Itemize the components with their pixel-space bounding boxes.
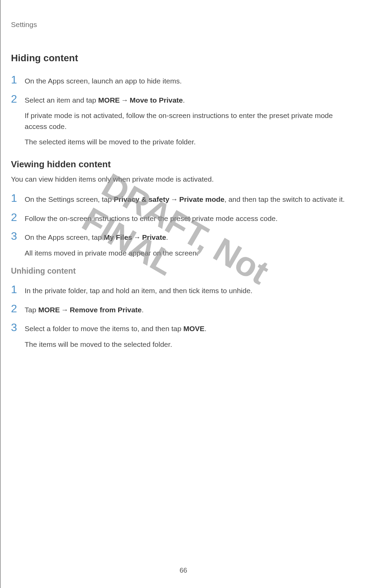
step-item: 3 Select a folder to move the items to, … — [11, 323, 356, 350]
step-content: In the private folder, tap and hold an i… — [25, 285, 356, 296]
unhiding-steps: 1 In the private folder, tap and hold an… — [11, 285, 356, 350]
step-text: On the Apps screen, launch an app to hid… — [25, 76, 356, 87]
step-item: 1 On the Settings screen, tap Privacy & … — [11, 194, 356, 205]
step-text: Tap MORE → Remove from Private. — [25, 304, 356, 315]
step-extra: All items moved in private mode appear o… — [25, 248, 356, 259]
subheading-unhiding: Unhiding content — [11, 266, 356, 276]
step-item: 1 In the private folder, tap and hold an… — [11, 285, 356, 296]
step-text: Follow the on-screen instructions to ent… — [25, 213, 356, 224]
section-title-viewing: Viewing hidden content — [11, 159, 356, 170]
viewing-steps: 1 On the Settings screen, tap Privacy & … — [11, 194, 356, 258]
step-number: 1 — [11, 74, 25, 85]
step-item: 2 Tap MORE → Remove from Private. — [11, 304, 356, 315]
step-number: 2 — [11, 93, 25, 104]
step-text: On the Settings screen, tap Privacy & sa… — [25, 194, 356, 205]
step-text: On the Apps screen, tap My Files → Priva… — [25, 232, 356, 243]
step-text: Select a folder to move the items to, an… — [25, 323, 356, 334]
step-extra: If private mode is not activated, follow… — [25, 110, 356, 132]
page-content: Settings Hiding content 1 On the Apps sc… — [1, 0, 366, 368]
step-number: 1 — [11, 193, 25, 204]
hiding-steps: 1 On the Apps screen, launch an app to h… — [11, 76, 356, 147]
step-content: On the Apps screen, launch an app to hid… — [25, 76, 356, 87]
step-content: On the Apps screen, tap My Files → Priva… — [25, 232, 356, 258]
step-number: 3 — [11, 231, 25, 241]
step-text: Select an item and tap MORE → Move to Pr… — [25, 95, 356, 106]
header-label: Settings — [11, 21, 356, 29]
step-number: 2 — [11, 303, 25, 314]
step-number: 3 — [11, 322, 25, 333]
step-item: 2 Select an item and tap MORE → Move to … — [11, 95, 356, 147]
step-number: 2 — [11, 212, 25, 223]
step-content: On the Settings screen, tap Privacy & sa… — [25, 194, 356, 205]
step-extra: The selected items will be moved to the … — [25, 136, 356, 147]
page-number: 66 — [179, 566, 187, 574]
step-content: Select an item and tap MORE → Move to Pr… — [25, 95, 356, 147]
step-item: 2 Follow the on-screen instructions to e… — [11, 213, 356, 224]
step-content: Follow the on-screen instructions to ent… — [25, 213, 356, 224]
section-title-hiding: Hiding content — [11, 53, 356, 64]
step-content: Select a folder to move the items to, an… — [25, 323, 356, 350]
step-item: 3 On the Apps screen, tap My Files → Pri… — [11, 232, 356, 258]
step-number: 1 — [11, 284, 25, 295]
step-content: Tap MORE → Remove from Private. — [25, 304, 356, 315]
section-intro: You can view hidden items only when priv… — [11, 174, 356, 185]
step-item: 1 On the Apps screen, launch an app to h… — [11, 76, 356, 87]
step-extra: The items will be moved to the selected … — [25, 339, 356, 350]
step-text: In the private folder, tap and hold an i… — [25, 285, 356, 296]
